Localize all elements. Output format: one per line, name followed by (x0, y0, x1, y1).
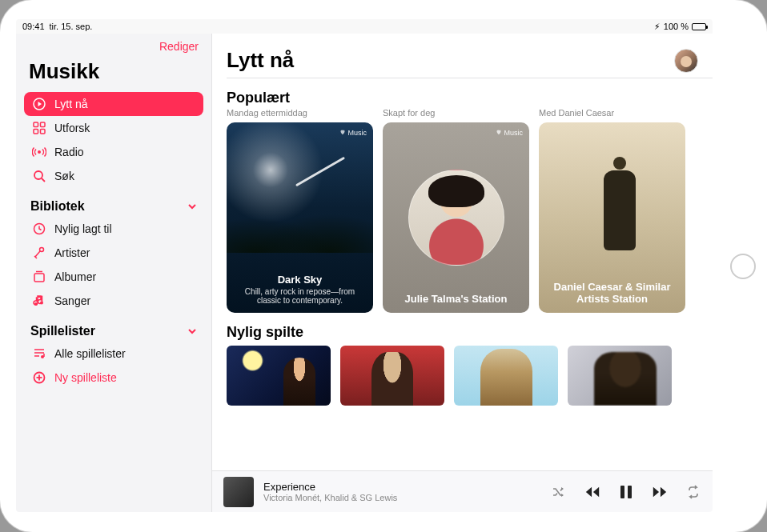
featured-card-artist-station[interactable]: Daniel Caesar & Similar Artists Station (539, 122, 685, 313)
svg-rect-13 (34, 274, 44, 282)
recent-header: Nylig spilte (227, 324, 713, 341)
featured-card-dark-sky[interactable]: Music Dark Sky Chill, arty rock in repos… (227, 122, 373, 313)
recent-album[interactable] (454, 346, 558, 406)
playlists-header-label: Spillelister (30, 324, 95, 338)
svg-rect-5 (41, 130, 46, 134)
recent-row[interactable] (227, 346, 713, 406)
library-header[interactable]: Bibliotek (24, 188, 203, 217)
recent-album[interactable] (568, 346, 672, 406)
sidebar-item-artists[interactable]: Artister (24, 241, 203, 265)
shuffle-button[interactable] (551, 484, 567, 500)
sidebar-item-label: Alle spillelister (54, 347, 126, 360)
chevron-down-icon (187, 202, 197, 211)
svg-marker-29 (653, 486, 659, 497)
svg-rect-27 (620, 486, 624, 498)
next-button[interactable] (652, 484, 668, 500)
sidebar-item-label: Artister (54, 246, 90, 259)
svg-line-11 (35, 251, 40, 257)
apple-music-badge: Music (496, 129, 523, 137)
album-icon (32, 270, 46, 284)
sidebar-item-label: Albumer (54, 270, 96, 283)
svg-marker-1 (38, 102, 42, 106)
sidebar-item-songs[interactable]: Sanger (24, 289, 203, 313)
svg-point-7 (34, 171, 42, 179)
now-playing-bar[interactable]: Experience Victoria Monét, Khalid & SG L… (212, 470, 713, 512)
svg-line-12 (34, 256, 37, 258)
svg-point-15 (34, 302, 38, 306)
sidebar-item-browse[interactable]: Utforsk (24, 116, 203, 140)
sidebar-item-recently-added[interactable]: Nylig lagt til (24, 217, 203, 241)
now-playing-artwork[interactable] (223, 477, 254, 507)
app-title: Musikk (24, 59, 203, 92)
playlist-icon (32, 346, 46, 361)
sidebar-item-label: Sanger (54, 294, 90, 307)
home-button[interactable] (730, 254, 756, 279)
repeat-button[interactable] (685, 484, 701, 500)
now-playing-artist: Victoria Monét, Khalid & SG Lewis (263, 493, 397, 502)
card-subtitle: Skapt for deg (383, 108, 529, 119)
charging-icon: ⚡︎ (654, 22, 661, 32)
battery-icon (692, 23, 706, 30)
music-note-icon (32, 294, 46, 308)
card-subtitle: Med Daniel Caesar (539, 108, 685, 119)
battery-percent: 100 % (664, 22, 689, 31)
sidebar-item-listen-now[interactable]: Lytt nå (24, 92, 203, 116)
card-title: Daniel Caesar & Similar Artists Station (547, 281, 677, 305)
clock-icon (32, 222, 46, 236)
recent-album[interactable] (227, 346, 331, 406)
radio-icon (32, 145, 46, 159)
svg-rect-3 (41, 122, 46, 127)
pause-button[interactable] (618, 484, 634, 500)
card-subtitle: Mandag ettermiddag (227, 108, 373, 119)
svg-line-8 (42, 178, 45, 182)
recent-album[interactable] (340, 346, 444, 406)
sidebar-item-label: Ny spilleliste (54, 371, 117, 384)
sidebar: Rediger Musikk Lytt nå Utforsk (16, 34, 212, 512)
svg-marker-30 (661, 486, 666, 497)
now-playing-title: Experience (263, 481, 397, 493)
sidebar-item-all-playlists[interactable]: Alle spillelister (24, 342, 203, 366)
sidebar-item-label: Nylig lagt til (54, 222, 112, 235)
search-icon (32, 169, 46, 183)
sidebar-item-label: Søk (54, 170, 74, 182)
card-title: Dark Sky (235, 274, 365, 286)
svg-point-16 (40, 302, 43, 305)
library-header-label: Bibliotek (30, 199, 85, 214)
edit-button[interactable]: Rediger (24, 38, 203, 59)
svg-rect-2 (34, 122, 38, 127)
popular-header: Populært (227, 90, 713, 106)
svg-point-10 (40, 248, 44, 252)
plus-circle-icon (32, 370, 46, 385)
page-title: Lytt nå (227, 48, 294, 73)
sidebar-item-label: Radio (54, 146, 84, 158)
svg-marker-25 (586, 486, 592, 497)
status-date: tir. 15. sep. (50, 22, 93, 31)
svg-rect-4 (34, 130, 38, 134)
status-bar: 09:41 tir. 15. sep. ⚡︎ 100 % (16, 19, 713, 34)
status-time: 09:41 (22, 22, 45, 31)
now-playing-info[interactable]: Experience Victoria Monét, Khalid & SG L… (263, 481, 397, 502)
sidebar-item-albums[interactable]: Albumer (24, 265, 203, 289)
playlists-header[interactable]: Spillelister (24, 313, 203, 342)
sidebar-item-radio[interactable]: Radio (24, 140, 203, 164)
previous-button[interactable] (584, 484, 600, 500)
microphone-icon (32, 246, 46, 260)
card-title: Julie Talma's Station (391, 293, 521, 305)
sidebar-item-search[interactable]: Søk (24, 164, 203, 188)
main-content: Lytt nå Populært Mandag ettermiddag Musi… (212, 34, 713, 512)
sidebar-item-label: Lytt nå (54, 98, 88, 110)
sidebar-item-label: Utforsk (54, 122, 90, 134)
station-photo (408, 170, 504, 266)
featured-card-station[interactable]: Music Julie Talma's Station (383, 122, 529, 313)
popular-row[interactable]: Mandag ettermiddag Music Dark Sky Chill,… (227, 108, 713, 313)
play-circle-icon (32, 97, 46, 111)
sidebar-item-new-playlist[interactable]: Ny spilleliste (24, 366, 203, 390)
apple-music-badge: Music (339, 129, 367, 137)
svg-marker-26 (593, 486, 599, 497)
grid-icon (32, 121, 46, 135)
svg-point-6 (38, 150, 41, 154)
card-description: Chill, arty rock in repose—from classic … (235, 287, 365, 305)
profile-avatar[interactable] (674, 49, 698, 73)
chevron-down-icon (187, 326, 197, 336)
svg-rect-28 (628, 486, 632, 498)
